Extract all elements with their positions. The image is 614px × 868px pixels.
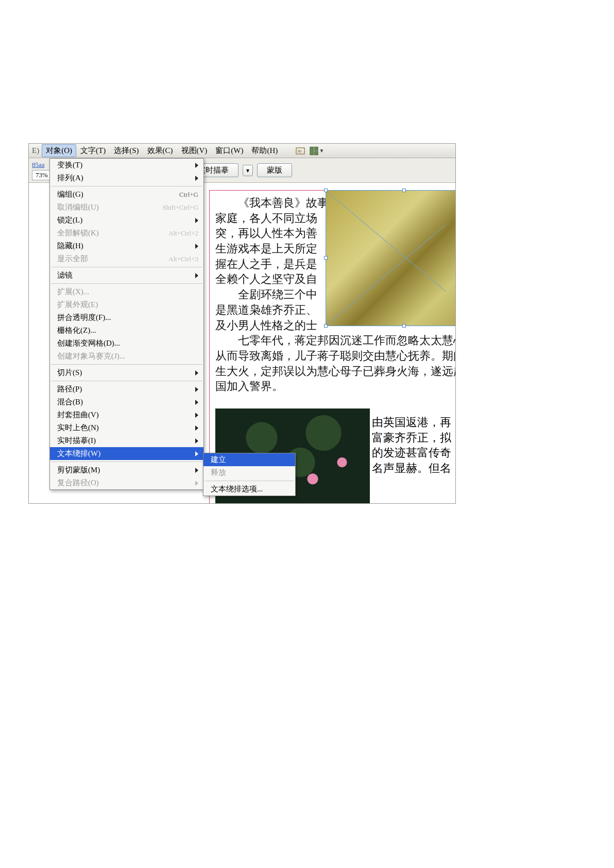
menu-item[interactable]: 剪切蒙版(M) (50, 464, 203, 476)
menu-item-label: 编组(G) (57, 190, 173, 199)
menu-separator (51, 381, 202, 381)
menu-item[interactable]: 拼合透明度(F)... (50, 311, 203, 324)
submenu-arrow-icon (195, 387, 198, 392)
menu-item-shortcut: Alt+Ctrl+2 (168, 229, 198, 237)
menu-item[interactable]: 隐藏(H) (50, 240, 203, 252)
menu-item-shortcut: Shift+Ctrl+G (162, 203, 198, 212)
menu-separator (51, 283, 202, 284)
menu-item-label: 显示全部 (57, 254, 162, 264)
menu-item-label: 全部解锁(K) (57, 228, 162, 238)
submenu-arrow-icon (195, 468, 198, 473)
submenu-arrow-icon (195, 163, 198, 168)
menu-item-label: 排列(A) (57, 173, 191, 183)
menu-help[interactable]: 帮助(H) (247, 144, 282, 157)
menu-item: 创建对象马赛克(J)... (50, 350, 203, 363)
menu-item[interactable]: 文本绕排(W) (50, 447, 203, 460)
mask-button[interactable]: 蒙版 (257, 163, 292, 177)
menu-item[interactable]: 切片(S) (50, 366, 203, 379)
app-window: E) 对象(O) 文字(T) 选择(S) 效果(C) 视图(V) 窗口(W) 帮… (28, 143, 456, 504)
menu-item-label: 实时描摹(I) (57, 436, 191, 446)
menu-item-label: 实时上色(N) (57, 423, 191, 433)
submenu-arrow-icon (195, 244, 198, 249)
menu-item-label: 建立 (211, 455, 290, 465)
menu-item-label: 锁定(L) (57, 215, 191, 225)
menu-item-label: 扩展(X)... (57, 287, 198, 297)
menu-item: 显示全部Alt+Ctrl+3 (50, 252, 203, 265)
menu-item[interactable]: 实时上色(N) (50, 421, 203, 434)
submenu-arrow-icon (195, 273, 198, 278)
menu-item[interactable]: 实时描摹(I) (50, 434, 203, 447)
menu-item-shortcut: Ctrl+G (179, 191, 198, 199)
menu-item-label: 释放 (211, 468, 290, 478)
menu-separator (51, 462, 202, 462)
menu-item-label: 封套扭曲(V) (57, 410, 191, 420)
svg-rect-2 (310, 147, 314, 155)
arrange-documents-icon[interactable]: ▼ (310, 145, 324, 157)
menu-item-label: 剪切蒙版(M) (57, 465, 191, 475)
menu-item: 复合路径(O) (50, 476, 203, 489)
submenu-arrow-icon (195, 426, 198, 431)
selection-handle[interactable] (324, 256, 328, 260)
menu-item[interactable]: 编组(G)Ctrl+G (50, 188, 203, 201)
menu-item[interactable]: 排列(A) (50, 172, 203, 184)
menu-item[interactable]: 封套扭曲(V) (50, 409, 203, 421)
menu-item-label: 扩展外观(E) (57, 300, 198, 310)
menu-select[interactable]: 选择(S) (110, 144, 143, 157)
submenu-arrow-icon (195, 451, 198, 456)
placed-image-top[interactable] (326, 190, 455, 326)
svg-rect-3 (315, 147, 318, 150)
menu-item[interactable]: 混合(B) (50, 396, 203, 409)
menu-item-label: 路径(P) (57, 384, 191, 394)
menu-window[interactable]: 窗口(W) (211, 144, 247, 157)
body-text-right: 由英国返港，再 富豪齐乔正，拟 的发迹甚富传奇 名声显赫。但名 (372, 415, 455, 476)
menu-separator (51, 364, 202, 365)
menu-item-label: 创建渐变网格(D)... (57, 338, 198, 348)
menu-item-label: 隐藏(H) (57, 241, 191, 251)
menu-item[interactable]: 文本绕排选项... (203, 483, 295, 496)
menu-item[interactable]: 路径(P) (50, 383, 203, 396)
menubar-truncated: E) (31, 146, 42, 155)
menu-item-label: 取消编组(U) (57, 202, 156, 212)
menu-item-label: 复合路径(O) (57, 478, 191, 488)
menu-view[interactable]: 视图(V) (177, 144, 212, 157)
menu-separator (51, 267, 202, 267)
menu-item-label: 变换(T) (57, 160, 191, 170)
menu-item[interactable]: 变换(T) (50, 159, 203, 172)
text-wrap-submenu: 建立释放文本绕排选项... (203, 453, 296, 496)
menu-item: 释放 (203, 466, 295, 479)
menu-type[interactable]: 文字(T) (76, 144, 110, 157)
submenu-arrow-icon (195, 413, 198, 418)
menu-item: 取消编组(U)Shift+Ctrl+G (50, 201, 203, 214)
menu-item[interactable]: 栅格化(Z)... (50, 324, 203, 337)
live-trace-dropdown[interactable]: ▾ (243, 165, 253, 176)
menu-item-label: 文本绕排(W) (57, 449, 191, 458)
menu-item-label: 切片(S) (57, 368, 191, 378)
selection-handle[interactable] (402, 324, 406, 328)
svg-text:Br: Br (298, 149, 302, 154)
bridge-icon[interactable]: Br (293, 145, 308, 157)
menu-item[interactable]: 建立 (203, 453, 295, 466)
menu-item[interactable]: 锁定(L) (50, 214, 203, 227)
menu-item-label: 混合(B) (57, 397, 191, 407)
submenu-arrow-icon (195, 400, 198, 405)
menu-item: 扩展外观(E) (50, 298, 203, 311)
menu-item-label: 栅格化(Z)... (57, 326, 198, 335)
menu-item: 全部解锁(K)Alt+Ctrl+2 (50, 227, 203, 240)
selection-handle[interactable] (324, 324, 328, 328)
submenu-arrow-icon (195, 481, 198, 486)
menu-item-shortcut: Alt+Ctrl+3 (168, 255, 198, 263)
menu-item[interactable]: 创建渐变网格(D)... (50, 337, 203, 350)
selection-handle[interactable] (402, 189, 406, 192)
menu-object[interactable]: 对象(O) (42, 144, 76, 157)
menu-separator (204, 481, 294, 481)
chevron-down-icon: ▼ (319, 148, 324, 154)
menu-item-label: 文本绕排选项... (211, 484, 290, 494)
menu-item[interactable]: 滤镜 (50, 269, 203, 282)
menu-separator (51, 186, 202, 186)
menu-effect[interactable]: 效果(C) (143, 144, 177, 157)
submenu-arrow-icon (195, 438, 198, 444)
submenu-arrow-icon (195, 176, 198, 181)
selection-handle[interactable] (324, 189, 328, 192)
svg-rect-4 (315, 151, 318, 155)
menubar: E) 对象(O) 文字(T) 选择(S) 效果(C) 视图(V) 窗口(W) 帮… (29, 144, 455, 158)
